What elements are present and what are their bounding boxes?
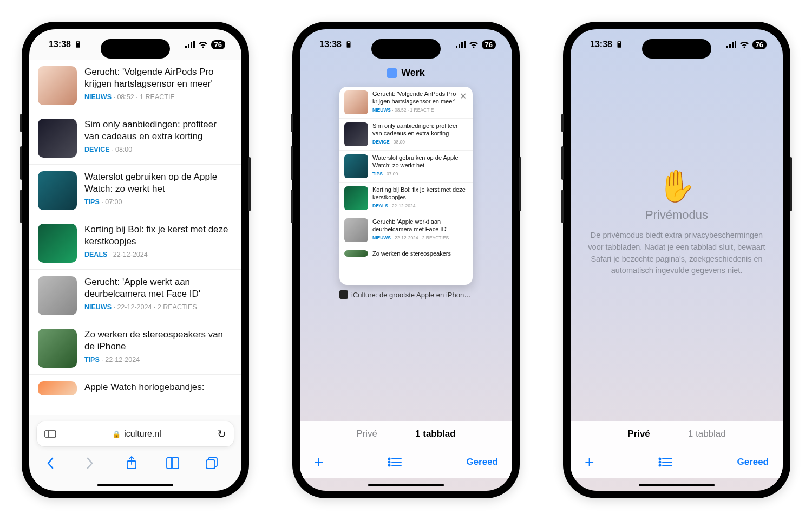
seg-private[interactable]: Privé — [627, 428, 650, 439]
status-battery: 76 — [211, 40, 225, 49]
wifi-icon — [198, 41, 208, 48]
focus-icon — [74, 41, 82, 48]
mini-article-row: Waterslot gebruiken op de Apple Watch: z… — [339, 151, 473, 183]
url-text: iculture.nl — [124, 429, 161, 439]
tab-list-icon[interactable] — [388, 457, 402, 467]
status-battery: 76 — [482, 40, 496, 49]
mini-article-row: Gerucht: 'Volgende AirPods Pro krijgen h… — [339, 87, 473, 119]
close-tab-icon[interactable]: ✕ — [457, 91, 468, 102]
article-thumb — [38, 66, 77, 105]
svg-point-16 — [389, 458, 390, 460]
mini-thumb — [344, 250, 368, 257]
svg-rect-14 — [461, 42, 463, 48]
seg-tabs[interactable]: 1 tabblad — [415, 428, 456, 439]
cellular-icon — [185, 41, 195, 48]
svg-rect-11 — [348, 42, 350, 43]
article-row[interactable]: Korting bij Bol: fix je kerst met deze k… — [29, 217, 241, 270]
new-tab-icon[interactable]: + — [314, 454, 324, 470]
private-desc: De privémodus biedt extra privacybescher… — [586, 230, 768, 277]
dynamic-island — [642, 39, 711, 58]
mini-thumb — [344, 90, 368, 114]
article-row[interactable]: Sim only aanbiedingen: profiteer van cad… — [29, 112, 241, 165]
svg-rect-25 — [729, 44, 731, 48]
focus-icon — [615, 41, 623, 48]
article-thumb — [38, 119, 77, 158]
tab-group-icon — [387, 68, 397, 78]
article-thumb — [38, 224, 77, 263]
wifi-icon — [469, 41, 479, 48]
tabs-icon[interactable] — [205, 457, 225, 470]
done-button[interactable]: Gereed — [466, 457, 498, 467]
svg-rect-26 — [732, 42, 734, 48]
mini-title: Gerucht: 'Apple werkt aan deurbelcamera … — [372, 218, 468, 233]
article-row[interactable]: Waterslot gebruiken op de Apple Watch: z… — [29, 165, 241, 217]
mini-meta: DEVICE · 08:00 — [372, 139, 468, 145]
status-battery: 76 — [752, 40, 767, 49]
phone-1: 13:38 76 Gerucht: 'Volgende AirPods Pro … — [22, 22, 249, 498]
svg-rect-24 — [726, 46, 728, 48]
mini-title: Gerucht: 'Volgende AirPods Pro krijgen h… — [372, 90, 468, 106]
article-row[interactable]: Gerucht: 'Apple werkt aan deurbelcamera … — [29, 270, 241, 322]
svg-rect-15 — [464, 41, 466, 48]
mini-title: Zo werken de stereospeakers — [372, 250, 468, 258]
mini-article-row: Gerucht: 'Apple werkt aan deurbelcamera … — [339, 214, 473, 246]
mini-thumb — [344, 154, 368, 178]
article-meta: NIEUWS · 08:52 · 1 REACTIE — [84, 93, 233, 101]
favicon — [339, 290, 348, 299]
hand-icon: ✋ — [586, 170, 768, 202]
private-title: Privémodus — [586, 208, 768, 222]
seg-private[interactable]: Privé — [356, 428, 377, 439]
private-mode-info: ✋ Privémodus De privémodus biedt extra p… — [571, 170, 783, 277]
cellular-icon — [726, 41, 736, 48]
seg-tabs[interactable]: 1 tabblad — [688, 428, 726, 439]
bottom-toolbar — [29, 448, 241, 478]
mini-meta: TIPS · 07:00 — [372, 171, 468, 177]
mini-title: Sim only aanbiedingen: profiteer van cad… — [372, 122, 468, 138]
tab-mode-seg: Privé 1 tabblad — [300, 421, 512, 446]
article-title: Korting bij Bol: fix je kerst met deze k… — [84, 224, 233, 248]
reload-icon[interactable]: ↻ — [217, 427, 226, 440]
article-row[interactable]: Zo werken de stereospeakers van de iPhon… — [29, 322, 241, 375]
svg-rect-2 — [185, 46, 187, 48]
home-indicator[interactable] — [97, 484, 173, 486]
tab-toolbar: + Gereed — [300, 446, 512, 478]
page-settings-icon[interactable] — [44, 430, 56, 438]
mini-thumb — [344, 186, 368, 210]
back-icon[interactable] — [46, 457, 66, 470]
status-time: 13:38 — [319, 40, 342, 49]
new-tab-icon[interactable]: + — [585, 454, 594, 470]
article-row[interactable]: Apple Watch horlogebandjes: — [29, 375, 241, 402]
home-indicator[interactable] — [368, 484, 444, 486]
svg-point-32 — [659, 465, 661, 466]
article-row[interactable]: Gerucht: 'Volgende AirPods Pro krijgen h… — [29, 60, 241, 112]
mini-article-row: Korting bij Bol: fix je kerst met deze k… — [339, 183, 473, 214]
mini-meta: NIEUWS · 08:52 · 1 REACTIE — [372, 107, 468, 113]
tab-caption: iCulture: de grootste Apple en iPhone... — [339, 290, 473, 299]
article-thumb — [38, 171, 77, 210]
article-thumb — [38, 276, 77, 315]
phone-3: 13:38 76 ✋ Privémodus De privémodus bied… — [563, 22, 790, 498]
bookmarks-icon[interactable] — [166, 457, 185, 469]
svg-rect-9 — [206, 460, 215, 469]
url-bar[interactable]: 🔒iculture.nl ↻ — [37, 421, 234, 446]
tab-mode-seg: Privé 1 tabblad — [571, 421, 783, 446]
article-title: Gerucht: 'Apple werkt aan deurbelcamera … — [84, 276, 233, 300]
svg-rect-23 — [618, 42, 620, 43]
svg-rect-27 — [735, 41, 736, 48]
svg-rect-1 — [77, 42, 79, 43]
tab-thumbnail[interactable]: ✕ Gerucht: 'Volgende AirPods Pro krijgen… — [339, 87, 473, 285]
share-icon[interactable] — [126, 456, 145, 470]
tab-group-name[interactable]: Werk — [300, 67, 512, 79]
lock-icon: 🔒 — [112, 430, 121, 438]
article-list[interactable]: Gerucht: 'Volgende AirPods Pro krijgen h… — [29, 60, 241, 415]
done-button[interactable]: Gereed — [737, 457, 769, 467]
svg-point-18 — [389, 461, 390, 463]
article-meta: DEVICE · 08:00 — [84, 146, 233, 153]
svg-rect-13 — [459, 44, 460, 48]
article-meta: TIPS · 07:00 — [84, 198, 233, 206]
home-indicator[interactable] — [639, 484, 715, 486]
tab-list-icon[interactable] — [658, 457, 672, 467]
status-time: 13:38 — [49, 40, 71, 49]
mini-article-row: Zo werken de stereospeakers — [339, 246, 473, 262]
cellular-icon — [456, 41, 466, 48]
